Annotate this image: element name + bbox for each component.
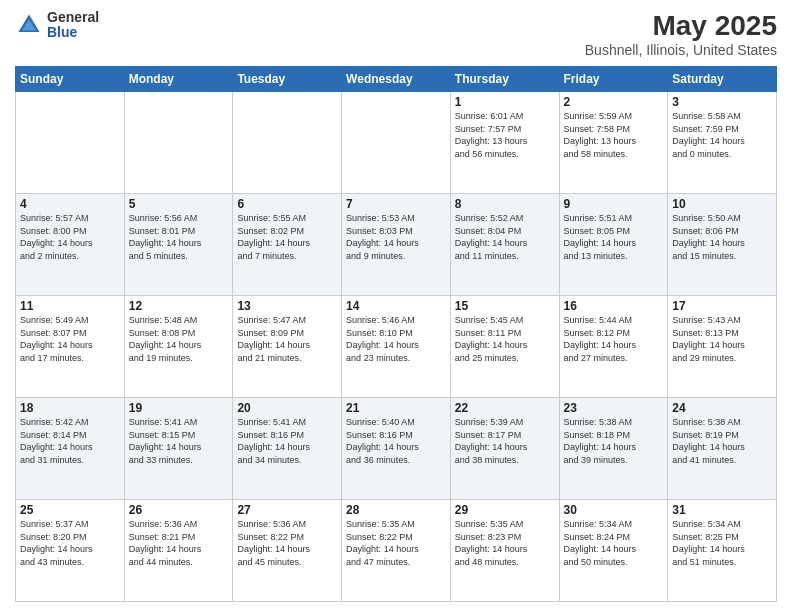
day-number: 8 [455, 197, 555, 211]
day-info: Sunrise: 5:52 AM Sunset: 8:04 PM Dayligh… [455, 212, 555, 262]
calendar-cell: 8Sunrise: 5:52 AM Sunset: 8:04 PM Daylig… [450, 194, 559, 296]
calendar-header-row: Sunday Monday Tuesday Wednesday Thursday… [16, 67, 777, 92]
week-row-2: 4Sunrise: 5:57 AM Sunset: 8:00 PM Daylig… [16, 194, 777, 296]
calendar-cell: 10Sunrise: 5:50 AM Sunset: 8:06 PM Dayli… [668, 194, 777, 296]
day-info: Sunrise: 6:01 AM Sunset: 7:57 PM Dayligh… [455, 110, 555, 160]
week-row-5: 25Sunrise: 5:37 AM Sunset: 8:20 PM Dayli… [16, 500, 777, 602]
calendar-cell: 23Sunrise: 5:38 AM Sunset: 8:18 PM Dayli… [559, 398, 668, 500]
day-number: 11 [20, 299, 120, 313]
day-info: Sunrise: 5:38 AM Sunset: 8:19 PM Dayligh… [672, 416, 772, 466]
day-number: 25 [20, 503, 120, 517]
calendar-cell: 11Sunrise: 5:49 AM Sunset: 8:07 PM Dayli… [16, 296, 125, 398]
day-info: Sunrise: 5:50 AM Sunset: 8:06 PM Dayligh… [672, 212, 772, 262]
day-info: Sunrise: 5:34 AM Sunset: 8:24 PM Dayligh… [564, 518, 664, 568]
calendar-cell: 6Sunrise: 5:55 AM Sunset: 8:02 PM Daylig… [233, 194, 342, 296]
day-info: Sunrise: 5:41 AM Sunset: 8:16 PM Dayligh… [237, 416, 337, 466]
day-info: Sunrise: 5:39 AM Sunset: 8:17 PM Dayligh… [455, 416, 555, 466]
day-info: Sunrise: 5:44 AM Sunset: 8:12 PM Dayligh… [564, 314, 664, 364]
calendar-cell: 9Sunrise: 5:51 AM Sunset: 8:05 PM Daylig… [559, 194, 668, 296]
calendar-cell: 25Sunrise: 5:37 AM Sunset: 8:20 PM Dayli… [16, 500, 125, 602]
day-number: 1 [455, 95, 555, 109]
calendar-cell: 22Sunrise: 5:39 AM Sunset: 8:17 PM Dayli… [450, 398, 559, 500]
day-info: Sunrise: 5:35 AM Sunset: 8:22 PM Dayligh… [346, 518, 446, 568]
day-number: 9 [564, 197, 664, 211]
calendar-cell: 20Sunrise: 5:41 AM Sunset: 8:16 PM Dayli… [233, 398, 342, 500]
day-number: 27 [237, 503, 337, 517]
day-info: Sunrise: 5:59 AM Sunset: 7:58 PM Dayligh… [564, 110, 664, 160]
day-number: 30 [564, 503, 664, 517]
day-info: Sunrise: 5:36 AM Sunset: 8:22 PM Dayligh… [237, 518, 337, 568]
day-info: Sunrise: 5:43 AM Sunset: 8:13 PM Dayligh… [672, 314, 772, 364]
day-info: Sunrise: 5:56 AM Sunset: 8:01 PM Dayligh… [129, 212, 229, 262]
day-info: Sunrise: 5:55 AM Sunset: 8:02 PM Dayligh… [237, 212, 337, 262]
day-number: 3 [672, 95, 772, 109]
main-title: May 2025 [585, 10, 777, 42]
day-info: Sunrise: 5:47 AM Sunset: 8:09 PM Dayligh… [237, 314, 337, 364]
calendar-cell: 4Sunrise: 5:57 AM Sunset: 8:00 PM Daylig… [16, 194, 125, 296]
week-row-4: 18Sunrise: 5:42 AM Sunset: 8:14 PM Dayli… [16, 398, 777, 500]
day-number: 20 [237, 401, 337, 415]
day-number: 31 [672, 503, 772, 517]
day-number: 28 [346, 503, 446, 517]
day-number: 13 [237, 299, 337, 313]
day-info: Sunrise: 5:38 AM Sunset: 8:18 PM Dayligh… [564, 416, 664, 466]
calendar-cell: 30Sunrise: 5:34 AM Sunset: 8:24 PM Dayli… [559, 500, 668, 602]
calendar-cell: 21Sunrise: 5:40 AM Sunset: 8:16 PM Dayli… [342, 398, 451, 500]
calendar-cell: 18Sunrise: 5:42 AM Sunset: 8:14 PM Dayli… [16, 398, 125, 500]
day-info: Sunrise: 5:35 AM Sunset: 8:23 PM Dayligh… [455, 518, 555, 568]
week-row-1: 1Sunrise: 6:01 AM Sunset: 7:57 PM Daylig… [16, 92, 777, 194]
logo-text: General Blue [47, 10, 99, 41]
calendar-cell: 1Sunrise: 6:01 AM Sunset: 7:57 PM Daylig… [450, 92, 559, 194]
logo-general: General [47, 10, 99, 25]
calendar-cell [124, 92, 233, 194]
col-thursday: Thursday [450, 67, 559, 92]
day-number: 7 [346, 197, 446, 211]
day-number: 15 [455, 299, 555, 313]
calendar-cell: 2Sunrise: 5:59 AM Sunset: 7:58 PM Daylig… [559, 92, 668, 194]
day-number: 12 [129, 299, 229, 313]
day-number: 22 [455, 401, 555, 415]
col-sunday: Sunday [16, 67, 125, 92]
title-block: May 2025 Bushnell, Illinois, United Stat… [585, 10, 777, 58]
col-saturday: Saturday [668, 67, 777, 92]
day-number: 24 [672, 401, 772, 415]
day-number: 19 [129, 401, 229, 415]
calendar-cell: 31Sunrise: 5:34 AM Sunset: 8:25 PM Dayli… [668, 500, 777, 602]
day-info: Sunrise: 5:42 AM Sunset: 8:14 PM Dayligh… [20, 416, 120, 466]
logo-icon [15, 11, 43, 39]
day-number: 18 [20, 401, 120, 415]
day-number: 10 [672, 197, 772, 211]
day-number: 21 [346, 401, 446, 415]
day-number: 29 [455, 503, 555, 517]
calendar-cell: 28Sunrise: 5:35 AM Sunset: 8:22 PM Dayli… [342, 500, 451, 602]
day-info: Sunrise: 5:45 AM Sunset: 8:11 PM Dayligh… [455, 314, 555, 364]
calendar-cell: 17Sunrise: 5:43 AM Sunset: 8:13 PM Dayli… [668, 296, 777, 398]
calendar-cell: 15Sunrise: 5:45 AM Sunset: 8:11 PM Dayli… [450, 296, 559, 398]
logo: General Blue [15, 10, 99, 41]
day-info: Sunrise: 5:53 AM Sunset: 8:03 PM Dayligh… [346, 212, 446, 262]
calendar-table: Sunday Monday Tuesday Wednesday Thursday… [15, 66, 777, 602]
logo-blue: Blue [47, 25, 99, 40]
calendar-cell: 7Sunrise: 5:53 AM Sunset: 8:03 PM Daylig… [342, 194, 451, 296]
calendar-cell: 13Sunrise: 5:47 AM Sunset: 8:09 PM Dayli… [233, 296, 342, 398]
calendar-cell: 19Sunrise: 5:41 AM Sunset: 8:15 PM Dayli… [124, 398, 233, 500]
col-wednesday: Wednesday [342, 67, 451, 92]
day-info: Sunrise: 5:36 AM Sunset: 8:21 PM Dayligh… [129, 518, 229, 568]
calendar-cell: 27Sunrise: 5:36 AM Sunset: 8:22 PM Dayli… [233, 500, 342, 602]
day-info: Sunrise: 5:57 AM Sunset: 8:00 PM Dayligh… [20, 212, 120, 262]
calendar-cell: 16Sunrise: 5:44 AM Sunset: 8:12 PM Dayli… [559, 296, 668, 398]
day-info: Sunrise: 5:51 AM Sunset: 8:05 PM Dayligh… [564, 212, 664, 262]
day-info: Sunrise: 5:40 AM Sunset: 8:16 PM Dayligh… [346, 416, 446, 466]
calendar-cell: 29Sunrise: 5:35 AM Sunset: 8:23 PM Dayli… [450, 500, 559, 602]
day-info: Sunrise: 5:41 AM Sunset: 8:15 PM Dayligh… [129, 416, 229, 466]
day-number: 17 [672, 299, 772, 313]
day-info: Sunrise: 5:58 AM Sunset: 7:59 PM Dayligh… [672, 110, 772, 160]
header: General Blue May 2025 Bushnell, Illinois… [15, 10, 777, 58]
day-number: 23 [564, 401, 664, 415]
page: General Blue May 2025 Bushnell, Illinois… [0, 0, 792, 612]
calendar-cell: 5Sunrise: 5:56 AM Sunset: 8:01 PM Daylig… [124, 194, 233, 296]
calendar-cell: 24Sunrise: 5:38 AM Sunset: 8:19 PM Dayli… [668, 398, 777, 500]
calendar-cell [233, 92, 342, 194]
calendar-cell: 3Sunrise: 5:58 AM Sunset: 7:59 PM Daylig… [668, 92, 777, 194]
day-info: Sunrise: 5:46 AM Sunset: 8:10 PM Dayligh… [346, 314, 446, 364]
